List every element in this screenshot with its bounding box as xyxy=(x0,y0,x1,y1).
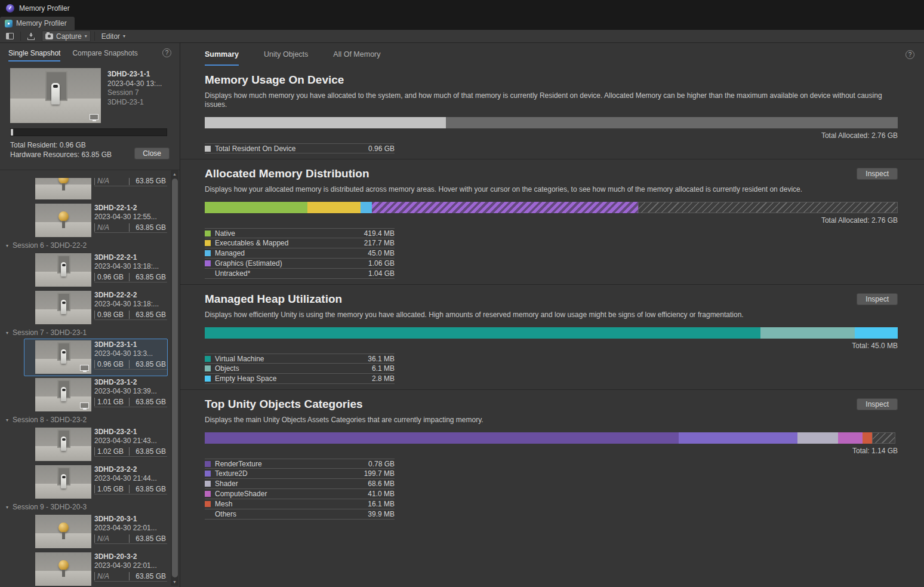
scroll-down-arrow[interactable]: ▼ xyxy=(171,578,178,586)
snapshot-resident-value: N/A xyxy=(94,534,129,543)
import-snapshot-button[interactable] xyxy=(24,30,38,42)
snapshot-resident-value: 1.01 GB xyxy=(94,398,129,406)
resident-segment xyxy=(205,117,446,128)
collapse-icon: ▾ xyxy=(6,505,8,510)
snapshot-item[interactable]: 3DHD-23-2-2 2023-04-30 21:44... 1.05 GB … xyxy=(24,463,168,501)
editor-capture-icon xyxy=(90,114,98,120)
snapshot-hardware-value: 63.85 GB xyxy=(129,485,167,493)
legend-row: Managed 45.0 MB xyxy=(205,248,395,259)
legend-label: Others xyxy=(215,510,368,518)
snapshot-date: 2023-04-30 13:18:... xyxy=(94,262,165,271)
shader-segment xyxy=(797,432,838,444)
window-title: Memory Profiler xyxy=(19,4,70,13)
snapshot-date: 2023-04-30 13:3... xyxy=(94,349,165,358)
snapshot-thumbnail xyxy=(35,291,91,324)
tab-single-snapshot[interactable]: Single Snapshot xyxy=(8,43,60,63)
open-snapshot-date: 2023-04-30 13:... xyxy=(107,79,162,89)
allocated-distribution-bar xyxy=(205,202,898,213)
tab-all-of-memory[interactable]: All Of Memory xyxy=(333,43,380,66)
session-header[interactable]: ▾ Session 9 - 3DHD-20-3 xyxy=(6,501,168,513)
snapshot-item[interactable]: 3DHD-20-3-2 2023-04-30 22:01... N/A 63.8… xyxy=(24,551,168,587)
editor-target-dropdown[interactable]: Editor ▾ xyxy=(98,30,128,42)
snapshot-name: 3DHD-23-2-1 xyxy=(94,428,165,437)
legend-label: ComputeShader xyxy=(215,490,368,498)
legend-label: Executables & Mapped xyxy=(215,239,364,247)
legend-row: Texture2D 199.7 MB xyxy=(205,469,395,479)
memory-usage-legend: Total Resident On Device 0.96 GB xyxy=(205,143,395,153)
snapshot-item[interactable]: 3DHD-23-1-2 2023-04-30 13:39... 1.01 GB … xyxy=(24,376,168,414)
snapshot-item[interactable]: 3DHD-22-1-2 2023-04-30 12:55... N/A 63.8… xyxy=(24,202,168,239)
capture-button[interactable]: Capture ▾ xyxy=(42,30,91,42)
managed-heap-total-label: Total: 45.0 MB xyxy=(205,342,898,350)
robot-figure xyxy=(61,349,66,364)
snapshot-hardware-value: 63.85 GB xyxy=(129,398,167,406)
robot-figure xyxy=(61,262,66,276)
inspect-button[interactable]: Inspect xyxy=(857,293,898,305)
snapshot-item[interactable]: 3DHD-20-3-1 2023-04-30 22:01... N/A 63.8… xyxy=(24,513,168,551)
resident-memory-bar xyxy=(10,128,167,136)
memory-profiler-tab[interactable]: Memory Profiler xyxy=(0,17,75,30)
snapshot-thumbnail xyxy=(35,515,91,548)
section-allocated-distribution: Allocated Memory Distribution Inspect Di… xyxy=(180,159,924,285)
legend-value: 419.4 MB xyxy=(364,229,395,238)
legend-value: 6.1 MB xyxy=(372,364,395,373)
robot-figure xyxy=(61,300,66,314)
snapshot-hardware-value: 63.85 GB xyxy=(129,360,167,368)
legend-swatch xyxy=(205,471,211,477)
top-unity-objects-bar xyxy=(205,432,898,444)
session-header[interactable]: ▾ Session 6 - 3DHD-22-2 xyxy=(6,239,168,251)
top-unity-objects-title: Top Unity Objects Categories xyxy=(205,398,363,411)
session-header[interactable]: ▾ Session 8 - 3DHD-23-2 xyxy=(6,414,168,426)
open-snapshot-thumbnail xyxy=(10,68,101,123)
legend-row: Untracked* 1.04 GB xyxy=(205,269,395,279)
panel-toggle-button[interactable] xyxy=(3,30,17,42)
close-button[interactable]: Close xyxy=(134,147,170,159)
session-header[interactable]: ▾ Session 7 - 3DHD-23-1 xyxy=(6,327,168,339)
snapshot-thumbnail xyxy=(35,552,91,586)
snapshot-date: 2023-04-30 21:44... xyxy=(94,474,165,483)
snapshot-item-selected[interactable]: 3DHD-23-1-1 2023-04-30 13:3... 0.96 GB 6… xyxy=(24,339,168,376)
mesh-segment xyxy=(863,432,872,444)
robot-figure xyxy=(51,83,60,105)
legend-label: Shader xyxy=(215,480,368,488)
top-unity-objects-description: Displays the main Unity Objects Assets C… xyxy=(205,416,898,425)
executables-segment xyxy=(307,202,361,213)
legend-swatch-empty xyxy=(205,271,211,276)
snapshot-name: 3DHD-23-1-1 xyxy=(94,340,165,349)
snapshot-resident-value: N/A xyxy=(94,572,129,580)
open-snapshot-card: 3DHD-23-1-1 2023-04-30 13:... Session 7 … xyxy=(0,63,180,167)
sidebar-help-icon[interactable]: ? xyxy=(162,48,171,57)
computeshader-segment xyxy=(838,432,863,444)
snapshot-date: 2023-04-30 12:55... xyxy=(94,213,165,222)
legend-row: Objects 6.1 MB xyxy=(205,364,395,374)
snapshot-item[interactable]: 3DHD-23-2-1 2023-04-30 21:43... 1.02 GB … xyxy=(24,426,168,463)
section-memory-usage: Memory Usage On Device Displays how much… xyxy=(180,66,924,159)
tab-compare-snapshots-label: Compare Snapshots xyxy=(72,49,137,57)
legend-value: 16.1 MB xyxy=(368,500,395,508)
snapshot-hardware-value: 63.85 GB xyxy=(129,223,167,232)
snapshot-list: 2023-04-30 12:54... N/A 63.85 GB 3DHD-22… xyxy=(0,170,180,587)
main-help-icon[interactable]: ? xyxy=(905,50,914,59)
memory-profiler-tab-label: Memory Profiler xyxy=(16,19,67,27)
memory-profiler-tab-icon xyxy=(5,20,13,27)
legend-label: Managed xyxy=(215,249,368,257)
legend-value: 1.04 GB xyxy=(368,269,395,278)
inspect-button[interactable]: Inspect xyxy=(857,168,898,180)
inspect-button[interactable]: Inspect xyxy=(857,398,898,410)
capture-dropdown-arrow[interactable]: ▾ xyxy=(85,34,87,39)
legend-value: 68.6 MB xyxy=(368,480,395,488)
tab-unity-objects[interactable]: Unity Objects xyxy=(264,43,308,66)
snapshot-item[interactable]: 2023-04-30 12:54... N/A 63.85 GB xyxy=(24,178,168,202)
scrollbar-thumb[interactable] xyxy=(172,179,178,577)
tab-summary[interactable]: Summary xyxy=(205,43,239,66)
snapshot-item[interactable]: 3DHD-22-2-2 2023-04-30 13:18:... 0.98 GB… xyxy=(24,289,168,327)
list-scrollbar[interactable]: ▲ ▼ xyxy=(171,170,178,586)
tab-compare-snapshots[interactable]: Compare Snapshots xyxy=(72,43,137,63)
capture-label: Capture xyxy=(56,32,82,41)
managed-heap-title: Managed Heap Utilization xyxy=(205,293,342,306)
snapshot-name: 3DHD-23-1-2 xyxy=(94,378,165,387)
snapshot-item[interactable]: 3DHD-22-2-1 2023-04-30 13:18:... 0.96 GB… xyxy=(24,251,168,289)
scroll-up-arrow[interactable]: ▲ xyxy=(171,170,178,178)
empty-heap-segment xyxy=(855,327,898,339)
native-segment xyxy=(205,202,307,213)
